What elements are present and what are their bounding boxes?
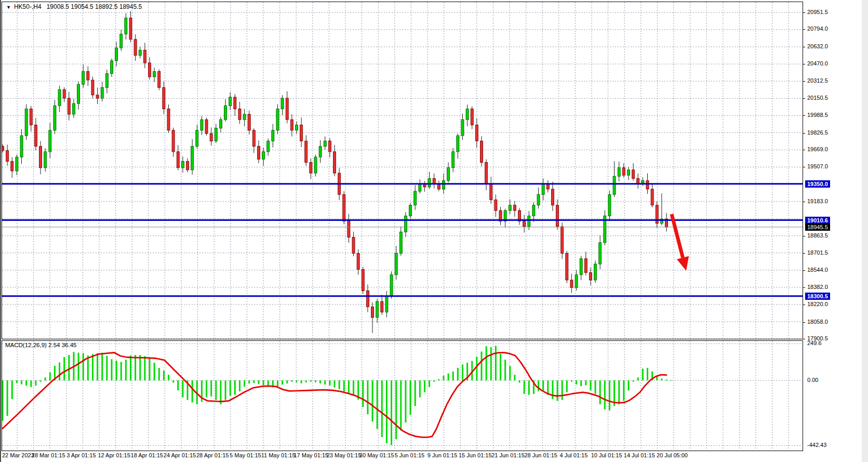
price-tick-label: 20951.5 xyxy=(807,9,828,15)
candle-down xyxy=(471,109,473,125)
macd-hist-bar xyxy=(519,380,520,382)
macd-hist-bar xyxy=(121,362,122,380)
date-label: 17 May 01:15 xyxy=(293,452,328,458)
macd-hist-bar xyxy=(92,354,94,380)
macd-hist-bar xyxy=(116,361,117,380)
candle-up xyxy=(324,141,326,146)
macd-grid xyxy=(2,341,802,450)
candle-up xyxy=(390,275,393,296)
candle-up xyxy=(537,194,540,205)
candle-down xyxy=(480,141,483,162)
macd-hist-bar xyxy=(158,368,160,380)
candle-down xyxy=(34,125,37,146)
time-axis[interactable]: 22 Mar 202328 Mar 01:153 Apr 01:1512 Apr… xyxy=(2,452,803,462)
macd-hist-bar xyxy=(562,380,563,400)
macd-hist-bar xyxy=(239,380,241,391)
macd-hist-bar xyxy=(452,372,454,380)
macd-hist-bar xyxy=(618,380,620,404)
candle-down xyxy=(129,18,132,39)
price-tick-mark xyxy=(803,150,805,150)
date-label: 20 Jul 05:00 xyxy=(657,452,688,458)
macd-panel-canvas[interactable] xyxy=(2,340,803,451)
macd-hist-bar xyxy=(87,355,89,380)
candle-up xyxy=(314,157,317,173)
macd-hist-bar xyxy=(656,377,658,380)
candle-down xyxy=(234,97,236,109)
macd-hist-bar xyxy=(45,377,46,380)
macd-hist-bar xyxy=(362,380,364,407)
macd-hist-bar xyxy=(144,356,145,380)
candle-up xyxy=(58,90,61,106)
candle-down xyxy=(475,125,478,141)
candle-up xyxy=(276,109,279,130)
macd-hist-bar xyxy=(315,380,316,382)
candle-up xyxy=(399,232,402,253)
price-tick-label: 18220.0 xyxy=(807,301,828,307)
candle-up xyxy=(395,253,397,274)
macd-hist-bar xyxy=(486,346,487,380)
macd-hist-bar xyxy=(282,380,283,385)
candle-down xyxy=(566,253,568,280)
candle-up xyxy=(419,184,421,191)
price-tick-mark xyxy=(803,202,805,202)
candle-up xyxy=(594,264,597,280)
ohlc-values: 19008.5 19054.5 18892.5 18945.5 xyxy=(47,3,142,10)
date-label: 9 Jun 01:15 xyxy=(428,452,458,458)
candle-up xyxy=(120,34,123,48)
candle-up xyxy=(101,87,103,98)
candle-up xyxy=(295,125,298,130)
macd-hist-bar xyxy=(647,368,648,380)
macd-hist-bar xyxy=(101,353,103,380)
candle-down xyxy=(63,90,65,98)
candle-down xyxy=(357,253,359,269)
window-right-border xyxy=(862,0,868,462)
macd-hist-bar xyxy=(206,380,207,398)
candle-up xyxy=(272,130,274,141)
price-tick-label: 20794.0 xyxy=(807,25,828,32)
candle-down xyxy=(11,161,14,171)
price-tick-label: 19507.0 xyxy=(807,163,828,169)
macd-hist-bar xyxy=(391,380,392,445)
macd-hist-bar xyxy=(457,368,459,380)
date-label: 14 Jul 01:15 xyxy=(624,452,655,458)
price-tick-label: 18863.5 xyxy=(807,232,828,239)
candle-down xyxy=(286,98,288,120)
candle-down xyxy=(366,291,369,307)
price-tick-label: 20312.5 xyxy=(807,77,828,84)
symbol-dropdown-icon[interactable]: ▼ xyxy=(6,5,11,10)
macd-hist-bar xyxy=(580,380,582,386)
candle-up xyxy=(82,72,85,85)
macd-hist-bar xyxy=(277,380,278,386)
price-axis[interactable]: 20951.520794.020632.020470.020312.520150… xyxy=(803,0,861,451)
macd-hist-bar xyxy=(448,374,449,380)
candle-down xyxy=(632,170,635,178)
candle-up xyxy=(376,301,379,318)
candle-down xyxy=(143,50,146,63)
price-chart-canvas[interactable] xyxy=(2,2,803,339)
arrow-head xyxy=(677,256,689,271)
macd-hist-bar xyxy=(604,380,606,410)
trend-arrow-annotation[interactable] xyxy=(672,214,689,271)
macd-hist-bar xyxy=(514,375,515,380)
date-label: 30 May 01:15 xyxy=(359,452,394,458)
price-tick-mark xyxy=(803,270,805,271)
price-tick-mark xyxy=(803,81,805,82)
candle-down xyxy=(371,307,374,318)
price-tick-mark xyxy=(803,47,805,47)
candle-up xyxy=(452,152,455,168)
macd-hist-bar xyxy=(258,380,259,384)
candle-up xyxy=(428,178,431,187)
candle-down xyxy=(622,168,625,175)
candle-down xyxy=(523,221,526,227)
candle-down xyxy=(551,189,554,205)
hline-price-label: 19350.0 xyxy=(805,180,830,188)
candle-down xyxy=(87,72,89,80)
price-tick-label: 18058.0 xyxy=(807,319,828,325)
candle-down xyxy=(495,200,497,211)
macd-hist-bar xyxy=(476,357,477,380)
price-tick-label: 18544.0 xyxy=(807,267,828,273)
date-label: 18 Apr 01:15 xyxy=(131,452,163,458)
window-left-border xyxy=(0,0,1,462)
macd-hist-bar xyxy=(182,380,183,398)
macd-hist-bar xyxy=(552,380,553,399)
